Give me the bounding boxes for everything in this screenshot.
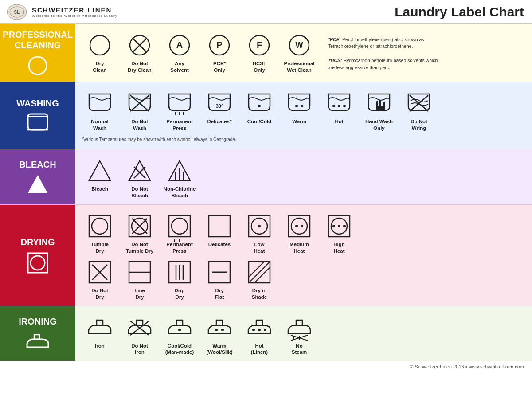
hot-iron-label: Hot(Linen) (251, 343, 268, 356)
sym-hcs-only: F HCS†Only (239, 29, 279, 75)
do-not-wring-label: Do NotWring (411, 118, 427, 132)
svg-text:SL: SL (14, 10, 20, 15)
do-not-dry-clean-label: Do NotDry Clean (128, 60, 152, 74)
sym-non-chlorine-bleach: Non-ChlorineBleach (160, 155, 200, 201)
high-heat-icon (327, 214, 351, 238)
washing-label-text: WASHING (16, 98, 59, 109)
iron-label: Iron (95, 343, 105, 349)
drying-icon (27, 252, 49, 274)
svg-point-87 (178, 329, 181, 331)
low-heat-label: LowHeat (254, 241, 265, 254)
dry-in-shade-label: Dry inShade (252, 287, 267, 301)
delicates-dry-label: Delicates (208, 241, 231, 248)
delicates-wash-label: Delicates* (207, 118, 232, 125)
svg-rect-83 (137, 320, 143, 325)
sym-dry-flat: DryFlat (200, 256, 239, 302)
svg-point-59 (295, 225, 298, 227)
svg-point-26 (301, 105, 303, 107)
sym-dry-in-shade: Dry inShade (239, 256, 279, 302)
sym-bleach: Bleach (80, 155, 120, 194)
sym-cool-cold: Cool/Cold (239, 87, 279, 127)
hot-iron-icon (246, 316, 272, 340)
do-not-wash-label: Do NotWash (131, 118, 148, 132)
ironing-label-text: IRONING (19, 316, 57, 327)
do-not-wring-icon (406, 92, 432, 115)
normal-wash-icon (87, 92, 113, 115)
svg-point-60 (301, 225, 303, 227)
sym-hot-wash: Hot (319, 87, 359, 127)
warm-iron-label: Warm(Wool/Silk) (206, 343, 232, 356)
professional-content: DryClean Do NotDry Clean A (75, 24, 532, 82)
dry-clean-label: DryClean (93, 60, 106, 74)
section-washing: WASHING (0, 82, 532, 149)
sym-warm: Warm (279, 87, 319, 127)
any-solvent-icon: A (168, 33, 192, 57)
professional-wet-clean-label: ProfessionalWet Clean (284, 60, 314, 74)
logo-icon: SL (5, 4, 28, 20)
svg-point-27 (332, 105, 335, 107)
bleach-label: BLEACH (0, 149, 75, 204)
svg-text:P: P (216, 40, 222, 50)
no-steam-icon (286, 316, 312, 340)
svg-text:30°: 30° (216, 103, 223, 109)
hand-wash-icon (366, 92, 392, 115)
line-dry-icon (128, 260, 152, 284)
sym-cool-cold-iron: Cool/Cold(Man-made) (160, 312, 200, 358)
do-not-tumble-dry-icon (128, 214, 152, 238)
sym-drip-dry: DripDry (160, 256, 200, 302)
bleach-content: Bleach Do NotBleach (75, 149, 532, 204)
washing-icon (26, 113, 49, 133)
do-not-tumble-dry-label: Do NotTumble Dry (126, 241, 153, 254)
low-heat-icon (247, 214, 271, 238)
hot-wash-label: Hot (335, 118, 343, 125)
svg-point-89 (215, 329, 218, 331)
svg-point-90 (221, 329, 224, 331)
hcs-only-label: HCS†Only (253, 60, 266, 74)
sym-professional-wet-clean: W ProfessionalWet Clean (279, 29, 319, 75)
delicates-wash-icon: 30° (207, 92, 232, 115)
sym-do-not-wring: Do NotWring (399, 87, 439, 133)
page-title: Laundry Label Chart (395, 4, 524, 20)
warm-iron-icon (207, 316, 232, 340)
svg-rect-82 (97, 320, 103, 325)
do-not-bleach-label: Do NotBleach (131, 186, 148, 199)
line-dry-label: LineDry (134, 287, 145, 301)
section-drying: DRYING TumbleDry (0, 205, 532, 306)
footer-text: © Schweitzer Linen 2016 • www.schweitzer… (410, 364, 524, 369)
sym-hot-iron: Hot(Linen) (239, 312, 279, 358)
do-not-iron-label: Do NotIron (131, 343, 148, 356)
svg-marker-33 (89, 161, 110, 180)
high-heat-label: HighHeat (333, 241, 345, 254)
sym-normal-wash: NormalWash (80, 87, 120, 133)
drying-label: DRYING (0, 205, 75, 306)
hot-wash-icon (326, 92, 352, 115)
svg-point-29 (343, 105, 346, 107)
medium-heat-label: MediumHeat (289, 241, 309, 254)
svg-line-78 (249, 262, 270, 283)
bleach-label-text: BLEACH (19, 159, 56, 170)
tumble-dry-icon (88, 214, 112, 238)
section-ironing: IRONING Iron (0, 306, 532, 362)
svg-point-42 (31, 256, 45, 270)
hcs-only-icon: F (247, 33, 271, 57)
svg-text:W: W (296, 41, 303, 50)
ironing-label: IRONING (0, 306, 75, 361)
medium-heat-icon (287, 214, 311, 238)
sym-dry-clean: DryClean (80, 29, 120, 75)
logo-text: SCHWEITZER LINEN Welcome to the World of… (32, 6, 117, 18)
delicates-dry-icon (207, 214, 231, 238)
iron-icon (87, 316, 113, 340)
sym-delicates-wash: 30° Delicates* (200, 87, 239, 127)
any-solvent-label: AnySolvent (170, 60, 189, 74)
svg-point-3 (29, 57, 47, 74)
dry-flat-icon (207, 260, 231, 284)
professional-wet-clean-icon: W (287, 33, 311, 57)
svg-rect-88 (216, 320, 223, 325)
page: SL SCHWEITZER LINEN Welcome to the World… (0, 0, 532, 372)
cool-cold-icon (246, 92, 272, 115)
dry-flat-label: DryFlat (215, 287, 224, 301)
svg-point-4 (90, 35, 110, 55)
sym-high-heat: HighHeat (319, 210, 359, 256)
sym-hand-wash: Hand WashOnly (359, 87, 399, 133)
cool-cold-iron-label: Cool/Cold(Man-made) (165, 343, 194, 356)
